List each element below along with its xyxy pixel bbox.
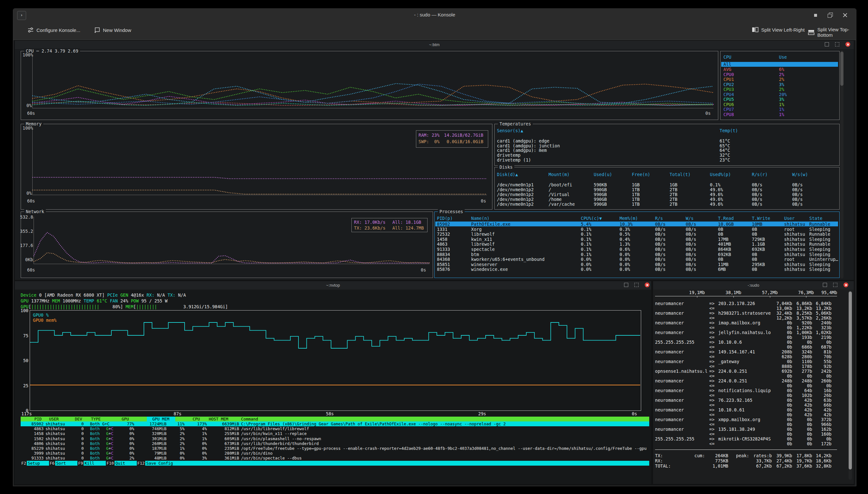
process-cell[interactable]: kwin_x11 [471,237,492,242]
process-cell[interactable]: shihatsu [784,262,805,267]
btm-scrollbar[interactable] [840,50,844,279]
process-cell[interactable]: 0.1% [581,237,591,242]
process-cell[interactable]: 0.5% [620,232,630,237]
process-cell[interactable]: btm [471,252,479,257]
process-cell[interactable]: 0B/s [655,242,666,247]
process-cell[interactable]: 0.4% [620,237,630,242]
process-cell[interactable]: 0B/s [655,262,666,267]
process-cell[interactable]: winedevice.exe [471,267,508,272]
iftop-src-host[interactable]: neuromancer [655,427,684,432]
process-cell[interactable]: 0.6% [620,247,630,252]
titlebar[interactable]: › - : sudo — Konsole [13,9,856,22]
process-cell[interactable]: 5.4% [581,222,591,227]
fnlabel-setup[interactable]: Setup [27,461,49,466]
process-cell[interactable]: 88834 [437,252,450,257]
process-cell[interactable]: shihatsu [784,222,805,227]
process-cell[interactable]: shihatsu [784,232,805,237]
process-cell[interactable]: 11MB [718,262,728,267]
nvtop-pid[interactable]: 1458 [18,431,43,436]
iftop-dst-host[interactable]: 224.0.0.251 [718,369,747,374]
process-cell[interactable]: 0B [718,232,723,237]
nvtop-pid[interactable]: 4806 [18,441,43,446]
iftop-dst-host[interactable]: 76.223.92.165 [718,398,753,403]
cpu-legend-row[interactable]: CPU4 [723,92,734,97]
process-cell[interactable]: Sleeping [809,262,830,267]
iftop-src-host[interactable]: neuromancer [655,417,684,422]
process-cell[interactable]: librewolf [471,242,495,247]
process-cell[interactable]: Sleeping [809,227,830,232]
fnlabel-quit[interactable]: Quit [114,461,137,466]
process-cell[interactable]: 729KB [752,237,765,242]
fnkey-f12[interactable]: F12 [137,461,146,466]
nvtop-pid[interactable]: 4863 [18,426,43,431]
process-cell[interactable]: 0B/s [655,257,666,262]
maximize-button[interactable] [828,13,833,18]
pane-header-btm[interactable]: ~:btm [15,41,854,49]
process-cell[interactable]: 85902 [437,222,450,227]
process-cell[interactable]: 295KB [752,262,765,267]
cpu-legend-row[interactable]: CPU3 [723,87,734,92]
process-cell[interactable]: 0B/s [686,252,696,257]
process-cell[interactable]: 0.1% [581,252,591,257]
cpu-legend-selected-row[interactable]: All [721,62,838,67]
iftop-dst-host[interactable]: _gateway [718,359,739,364]
iftop-src-host[interactable]: opnsense1.naihatsu.l [655,369,708,374]
process-cell[interactable]: 0B/s [655,252,666,257]
iftop-dst-host[interactable]: xmpp.mailbox.org [718,417,760,422]
fnkey-f2[interactable]: F2 [21,461,27,466]
iftop-scrollbar[interactable] [849,290,852,480]
iftop-scrollbar-thumb[interactable] [849,291,852,470]
iftop-dst-host[interactable]: notifications.liquip [718,388,771,393]
close-pane-icon[interactable] [645,283,649,287]
iftop-src-host[interactable]: neuromancer [655,311,684,316]
iftop-dst-host[interactable]: 10.10.0.6 [718,340,742,345]
process-cell[interactable]: 0.1% [581,242,591,247]
process-cell[interactable]: 0B/s [655,227,666,232]
iftop-dst-host[interactable]: jellyfin.naihatsu.lo [718,330,771,335]
process-cell[interactable]: 0B [718,227,723,232]
nvtop-pid[interactable]: 1502 [18,436,43,441]
iftop-src-host[interactable]: neuromancer [655,398,684,403]
process-cell[interactable]: 0B/s [655,237,666,242]
detach-pane-icon[interactable] [634,283,639,287]
process-cell[interactable]: 0B/s [686,267,696,272]
process-cell[interactable]: 1.3% [620,242,630,247]
expand-pane-icon[interactable] [624,283,629,287]
process-cell[interactable]: 0B [752,227,757,232]
process-cell[interactable]: Sleeping [809,267,830,272]
new-window-button[interactable]: New Window [94,27,131,33]
iftop-dst-host[interactable]: 203.23.178.226 [718,301,755,306]
process-cell[interactable]: 1331 [437,227,447,232]
minimize-button[interactable] [814,14,820,20]
process-cell[interactable]: 0B [752,232,757,237]
process-cell[interactable]: librewolf [471,232,495,237]
process-cell[interactable]: shihatsu [784,237,805,242]
process-cell[interactable]: 17MB [718,237,728,242]
detach-pane-icon[interactable] [835,42,840,47]
process-cell[interactable]: Sleeping [809,247,830,252]
process-cell[interactable]: 0B/s [655,232,666,237]
process-cell[interactable]: 0B [752,252,757,257]
process-cell[interactable]: 1458 [437,237,447,242]
process-cell[interactable]: shihatsu [784,267,805,272]
nvtop-pid[interactable]: 85229 [18,446,43,451]
process-cell[interactable]: 0B/s [655,267,666,272]
process-cell[interactable]: 0.0% [620,257,630,262]
process-cell[interactable]: 0B [718,257,723,262]
process-cell[interactable]: PathOfExile.exe [471,222,511,227]
process-cell[interactable]: 0.0% [581,262,591,267]
iftop-dst-host[interactable]: h2983271.stratoserve [718,311,771,316]
nvtop-pid[interactable]: 91333 [18,456,43,460]
process-cell[interactable]: 0B/s [686,247,696,252]
process-cell[interactable]: 0B/s [686,237,696,242]
process-cell[interactable]: 0.3% [620,227,630,232]
process-cell[interactable]: shihatsu [784,252,805,257]
process-cell[interactable]: 10.0GB [718,222,734,227]
cpu-legend-row[interactable]: CPU0 [723,72,734,77]
process-cell[interactable]: 0.1% [581,227,591,232]
iftop-src-host[interactable]: 255.255.255.255 [655,437,695,441]
expand-pane-icon[interactable] [825,42,830,47]
process-cell[interactable]: 0B/s [655,222,666,227]
detach-pane-icon[interactable] [833,283,838,287]
close-pane-icon[interactable] [844,283,848,287]
